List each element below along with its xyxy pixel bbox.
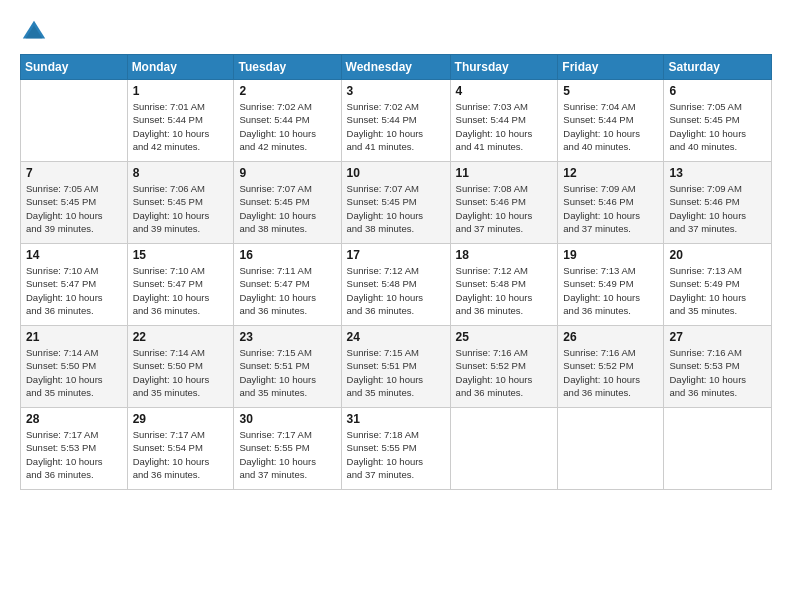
calendar-cell: 28Sunrise: 7:17 AM Sunset: 5:53 PM Dayli… <box>21 408 128 490</box>
day-number: 28 <box>26 412 122 426</box>
day-info: Sunrise: 7:01 AM Sunset: 5:44 PM Dayligh… <box>133 100 229 153</box>
calendar-cell: 23Sunrise: 7:15 AM Sunset: 5:51 PM Dayli… <box>234 326 341 408</box>
day-number: 15 <box>133 248 229 262</box>
calendar-cell: 31Sunrise: 7:18 AM Sunset: 5:55 PM Dayli… <box>341 408 450 490</box>
day-info: Sunrise: 7:12 AM Sunset: 5:48 PM Dayligh… <box>347 264 445 317</box>
calendar-cell: 8Sunrise: 7:06 AM Sunset: 5:45 PM Daylig… <box>127 162 234 244</box>
day-info: Sunrise: 7:13 AM Sunset: 5:49 PM Dayligh… <box>669 264 766 317</box>
calendar-cell: 1Sunrise: 7:01 AM Sunset: 5:44 PM Daylig… <box>127 80 234 162</box>
day-info: Sunrise: 7:07 AM Sunset: 5:45 PM Dayligh… <box>239 182 335 235</box>
day-number: 2 <box>239 84 335 98</box>
calendar-cell: 4Sunrise: 7:03 AM Sunset: 5:44 PM Daylig… <box>450 80 558 162</box>
calendar-cell: 25Sunrise: 7:16 AM Sunset: 5:52 PM Dayli… <box>450 326 558 408</box>
day-number: 31 <box>347 412 445 426</box>
calendar-cell: 7Sunrise: 7:05 AM Sunset: 5:45 PM Daylig… <box>21 162 128 244</box>
calendar-week-row: 7Sunrise: 7:05 AM Sunset: 5:45 PM Daylig… <box>21 162 772 244</box>
calendar-cell: 26Sunrise: 7:16 AM Sunset: 5:52 PM Dayli… <box>558 326 664 408</box>
day-info: Sunrise: 7:17 AM Sunset: 5:55 PM Dayligh… <box>239 428 335 481</box>
day-info: Sunrise: 7:16 AM Sunset: 5:52 PM Dayligh… <box>563 346 658 399</box>
day-info: Sunrise: 7:15 AM Sunset: 5:51 PM Dayligh… <box>239 346 335 399</box>
calendar-cell: 22Sunrise: 7:14 AM Sunset: 5:50 PM Dayli… <box>127 326 234 408</box>
day-info: Sunrise: 7:11 AM Sunset: 5:47 PM Dayligh… <box>239 264 335 317</box>
calendar-cell: 3Sunrise: 7:02 AM Sunset: 5:44 PM Daylig… <box>341 80 450 162</box>
day-number: 6 <box>669 84 766 98</box>
day-info: Sunrise: 7:02 AM Sunset: 5:44 PM Dayligh… <box>347 100 445 153</box>
day-info: Sunrise: 7:10 AM Sunset: 5:47 PM Dayligh… <box>26 264 122 317</box>
calendar-week-row: 28Sunrise: 7:17 AM Sunset: 5:53 PM Dayli… <box>21 408 772 490</box>
day-number: 16 <box>239 248 335 262</box>
calendar-header-thursday: Thursday <box>450 55 558 80</box>
calendar-header-row: SundayMondayTuesdayWednesdayThursdayFrid… <box>21 55 772 80</box>
calendar-cell: 17Sunrise: 7:12 AM Sunset: 5:48 PM Dayli… <box>341 244 450 326</box>
calendar-header-sunday: Sunday <box>21 55 128 80</box>
day-number: 25 <box>456 330 553 344</box>
calendar-cell <box>664 408 772 490</box>
day-number: 13 <box>669 166 766 180</box>
calendar-cell: 14Sunrise: 7:10 AM Sunset: 5:47 PM Dayli… <box>21 244 128 326</box>
day-number: 26 <box>563 330 658 344</box>
day-info: Sunrise: 7:17 AM Sunset: 5:54 PM Dayligh… <box>133 428 229 481</box>
day-info: Sunrise: 7:07 AM Sunset: 5:45 PM Dayligh… <box>347 182 445 235</box>
day-number: 3 <box>347 84 445 98</box>
day-info: Sunrise: 7:02 AM Sunset: 5:44 PM Dayligh… <box>239 100 335 153</box>
day-number: 20 <box>669 248 766 262</box>
day-number: 24 <box>347 330 445 344</box>
calendar-cell <box>450 408 558 490</box>
day-number: 9 <box>239 166 335 180</box>
day-info: Sunrise: 7:12 AM Sunset: 5:48 PM Dayligh… <box>456 264 553 317</box>
day-number: 21 <box>26 330 122 344</box>
day-number: 10 <box>347 166 445 180</box>
calendar-cell: 18Sunrise: 7:12 AM Sunset: 5:48 PM Dayli… <box>450 244 558 326</box>
day-info: Sunrise: 7:13 AM Sunset: 5:49 PM Dayligh… <box>563 264 658 317</box>
day-info: Sunrise: 7:14 AM Sunset: 5:50 PM Dayligh… <box>133 346 229 399</box>
day-number: 19 <box>563 248 658 262</box>
day-info: Sunrise: 7:18 AM Sunset: 5:55 PM Dayligh… <box>347 428 445 481</box>
calendar-cell: 16Sunrise: 7:11 AM Sunset: 5:47 PM Dayli… <box>234 244 341 326</box>
calendar-header-tuesday: Tuesday <box>234 55 341 80</box>
calendar-week-row: 14Sunrise: 7:10 AM Sunset: 5:47 PM Dayli… <box>21 244 772 326</box>
calendar-cell: 15Sunrise: 7:10 AM Sunset: 5:47 PM Dayli… <box>127 244 234 326</box>
day-info: Sunrise: 7:16 AM Sunset: 5:53 PM Dayligh… <box>669 346 766 399</box>
calendar-header-friday: Friday <box>558 55 664 80</box>
header <box>20 18 772 46</box>
calendar-cell: 11Sunrise: 7:08 AM Sunset: 5:46 PM Dayli… <box>450 162 558 244</box>
day-number: 27 <box>669 330 766 344</box>
calendar-cell: 13Sunrise: 7:09 AM Sunset: 5:46 PM Dayli… <box>664 162 772 244</box>
page: SundayMondayTuesdayWednesdayThursdayFrid… <box>0 0 792 612</box>
calendar-cell: 29Sunrise: 7:17 AM Sunset: 5:54 PM Dayli… <box>127 408 234 490</box>
day-info: Sunrise: 7:17 AM Sunset: 5:53 PM Dayligh… <box>26 428 122 481</box>
day-number: 22 <box>133 330 229 344</box>
day-info: Sunrise: 7:16 AM Sunset: 5:52 PM Dayligh… <box>456 346 553 399</box>
calendar-cell: 19Sunrise: 7:13 AM Sunset: 5:49 PM Dayli… <box>558 244 664 326</box>
day-number: 29 <box>133 412 229 426</box>
calendar-header-monday: Monday <box>127 55 234 80</box>
calendar-week-row: 1Sunrise: 7:01 AM Sunset: 5:44 PM Daylig… <box>21 80 772 162</box>
calendar-cell: 2Sunrise: 7:02 AM Sunset: 5:44 PM Daylig… <box>234 80 341 162</box>
day-info: Sunrise: 7:09 AM Sunset: 5:46 PM Dayligh… <box>669 182 766 235</box>
day-info: Sunrise: 7:09 AM Sunset: 5:46 PM Dayligh… <box>563 182 658 235</box>
calendar-cell: 10Sunrise: 7:07 AM Sunset: 5:45 PM Dayli… <box>341 162 450 244</box>
calendar-header-wednesday: Wednesday <box>341 55 450 80</box>
day-info: Sunrise: 7:06 AM Sunset: 5:45 PM Dayligh… <box>133 182 229 235</box>
day-info: Sunrise: 7:08 AM Sunset: 5:46 PM Dayligh… <box>456 182 553 235</box>
logo-icon <box>20 18 48 46</box>
calendar-table: SundayMondayTuesdayWednesdayThursdayFrid… <box>20 54 772 490</box>
day-info: Sunrise: 7:05 AM Sunset: 5:45 PM Dayligh… <box>669 100 766 153</box>
day-number: 30 <box>239 412 335 426</box>
day-info: Sunrise: 7:03 AM Sunset: 5:44 PM Dayligh… <box>456 100 553 153</box>
calendar-cell: 6Sunrise: 7:05 AM Sunset: 5:45 PM Daylig… <box>664 80 772 162</box>
calendar-cell <box>558 408 664 490</box>
day-number: 5 <box>563 84 658 98</box>
day-info: Sunrise: 7:05 AM Sunset: 5:45 PM Dayligh… <box>26 182 122 235</box>
calendar-cell: 9Sunrise: 7:07 AM Sunset: 5:45 PM Daylig… <box>234 162 341 244</box>
calendar-week-row: 21Sunrise: 7:14 AM Sunset: 5:50 PM Dayli… <box>21 326 772 408</box>
day-number: 1 <box>133 84 229 98</box>
day-number: 12 <box>563 166 658 180</box>
calendar-cell: 12Sunrise: 7:09 AM Sunset: 5:46 PM Dayli… <box>558 162 664 244</box>
day-info: Sunrise: 7:15 AM Sunset: 5:51 PM Dayligh… <box>347 346 445 399</box>
calendar-header-saturday: Saturday <box>664 55 772 80</box>
day-number: 7 <box>26 166 122 180</box>
calendar-cell: 20Sunrise: 7:13 AM Sunset: 5:49 PM Dayli… <box>664 244 772 326</box>
day-info: Sunrise: 7:04 AM Sunset: 5:44 PM Dayligh… <box>563 100 658 153</box>
calendar-cell: 21Sunrise: 7:14 AM Sunset: 5:50 PM Dayli… <box>21 326 128 408</box>
